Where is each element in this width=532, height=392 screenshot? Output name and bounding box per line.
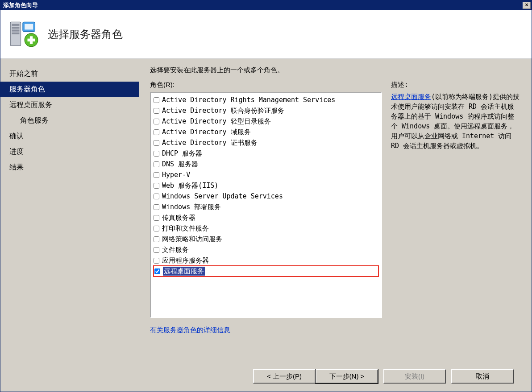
role-row-4[interactable]: Active Directory 证书服务 [154, 137, 378, 148]
role-row-0[interactable]: Active Directory Rights Management Servi… [154, 95, 378, 105]
back-button[interactable]: < 上一步(P) [253, 369, 316, 384]
role-checkbox-3[interactable] [154, 129, 159, 135]
svg-rect-3 [12, 29, 19, 31]
role-label-14: 文件服务 [162, 245, 189, 254]
role-label-12: 打印和文件服务 [162, 224, 209, 233]
role-checkbox-8[interactable] [154, 183, 159, 189]
role-row-11[interactable]: 传真服务器 [154, 212, 378, 223]
instruction-text: 选择要安装在此服务器上的一个或多个角色。 [150, 66, 521, 74]
window-title: 添加角色向导 [3, 1, 38, 9]
page-title: 选择服务器角色 [48, 27, 123, 41]
nav-item-2[interactable]: 远程桌面服务 [0, 97, 139, 113]
role-row-15[interactable]: 应用程序服务器 [154, 255, 378, 266]
role-row-2[interactable]: Active Directory 轻型目录服务 [154, 116, 378, 127]
body: 开始之前服务器角色远程桌面服务角色服务确认进度结果 选择要安装在此服务器上的一个… [0, 59, 532, 361]
nav-item-0[interactable]: 开始之前 [0, 66, 139, 82]
role-checkbox-15[interactable] [154, 258, 159, 264]
role-row-7[interactable]: Hyper-V [154, 169, 378, 180]
role-label-0: Active Directory Rights Management Servi… [162, 95, 335, 104]
description-link[interactable]: 远程桌面服务 [391, 93, 431, 101]
nav-item-6[interactable]: 结果 [0, 160, 139, 175]
role-label-6: DNS 服务器 [162, 160, 198, 169]
role-checkbox-5[interactable] [154, 151, 159, 157]
svg-rect-9 [28, 39, 35, 41]
role-row-1[interactable]: Active Directory 联合身份验证服务 [154, 105, 378, 116]
role-row-6[interactable]: DNS 服务器 [154, 159, 378, 169]
server-role-icon [8, 19, 39, 50]
roles-label: 角色(R): [150, 81, 382, 89]
role-label-4: Active Directory 证书服务 [162, 138, 258, 147]
role-checkbox-2[interactable] [154, 119, 159, 124]
navigation-sidebar: 开始之前服务器角色远程桌面服务角色服务确认进度结果 [0, 59, 139, 361]
role-row-9[interactable]: Windows Server Update Services [154, 191, 378, 202]
description-column: 描述: 远程桌面服务(以前称为终端服务)提供的技术使用户能够访问安装在 RD 会… [391, 81, 521, 361]
nav-item-1[interactable]: 服务器角色 [0, 82, 139, 97]
role-row-12[interactable]: 打印和文件服务 [154, 223, 378, 234]
role-checkbox-14[interactable] [154, 247, 159, 253]
role-checkbox-0[interactable] [154, 97, 159, 103]
columns: 角色(R): Active Directory Rights Managemen… [150, 81, 521, 361]
role-label-7: Hyper-V [162, 170, 190, 179]
role-row-10[interactable]: Windows 部署服务 [154, 202, 378, 212]
cancel-button[interactable]: 取消 [451, 369, 514, 384]
more-info-link[interactable]: 有关服务器角色的详细信息 [150, 326, 230, 334]
svg-rect-2 [12, 27, 19, 29]
role-row-16[interactable]: 远程桌面服务 [154, 266, 378, 276]
back-next-pair: < 上一步(P) 下一步(N) > [253, 369, 378, 384]
role-label-8: Web 服务器(IIS) [162, 181, 218, 190]
nav-item-3[interactable]: 角色服务 [0, 113, 139, 128]
role-row-3[interactable]: Active Directory 域服务 [154, 127, 378, 137]
role-checkbox-1[interactable] [154, 108, 159, 114]
role-checkbox-12[interactable] [154, 226, 159, 231]
nav-item-5[interactable]: 进度 [0, 144, 139, 160]
role-checkbox-9[interactable] [154, 194, 159, 199]
role-label-16: 远程桌面服务 [163, 267, 205, 276]
role-row-8[interactable]: Web 服务器(IIS) [154, 180, 378, 191]
role-checkbox-16[interactable] [154, 268, 160, 274]
description-text: 远程桌面服务(以前称为终端服务)提供的技术使用户能够访问安装在 RD 会话主机服… [391, 92, 521, 151]
more-info-area: 有关服务器角色的详细信息 [150, 326, 382, 334]
description-label: 描述: [391, 81, 521, 89]
role-label-5: DHCP 服务器 [162, 149, 202, 158]
role-label-9: Windows Server Update Services [162, 192, 283, 201]
role-label-10: Windows 部署服务 [162, 202, 221, 211]
role-checkbox-6[interactable] [154, 161, 159, 167]
role-checkbox-11[interactable] [154, 215, 159, 221]
header: 选择服务器角色 [0, 10, 532, 59]
role-label-13: 网络策略和访问服务 [162, 235, 222, 243]
role-checkbox-10[interactable] [154, 204, 159, 210]
svg-rect-4 [12, 33, 19, 34]
role-label-3: Active Directory 域服务 [162, 128, 251, 136]
svg-rect-6 [25, 24, 33, 30]
role-checkbox-4[interactable] [154, 140, 159, 146]
wizard-window: 添加角色向导 × 选择服务器角色 开始之前服务器角色远程桌面服务角色服务确认进度… [0, 0, 532, 392]
titlebar: 添加角色向导 × [0, 0, 532, 10]
footer-buttons: < 上一步(P) 下一步(N) > 安装(I) 取消 [0, 361, 532, 392]
install-button[interactable]: 安装(I) [383, 369, 446, 384]
role-label-2: Active Directory 轻型目录服务 [162, 117, 271, 126]
nav-item-4[interactable]: 确认 [0, 128, 139, 144]
description-body: (以前称为终端服务)提供的技术使用户能够访问安装在 RD 会话主机服务器上的基于… [391, 93, 520, 150]
role-checkbox-7[interactable] [154, 172, 159, 178]
role-checkbox-13[interactable] [154, 236, 159, 242]
svg-rect-1 [12, 24, 19, 26]
roles-column: 角色(R): Active Directory Rights Managemen… [150, 81, 382, 361]
content-area: 选择要安装在此服务器上的一个或多个角色。 角色(R): Active Direc… [139, 59, 532, 361]
role-label-15: 应用程序服务器 [162, 256, 209, 265]
roles-listbox[interactable]: Active Directory Rights Management Servi… [150, 92, 382, 318]
role-label-11: 传真服务器 [162, 213, 195, 222]
role-row-14[interactable]: 文件服务 [154, 244, 378, 255]
role-row-5[interactable]: DHCP 服务器 [154, 148, 378, 159]
next-button[interactable]: 下一步(N) > [316, 369, 378, 384]
role-row-13[interactable]: 网络策略和访问服务 [154, 234, 378, 244]
role-label-1: Active Directory 联合身份验证服务 [162, 106, 284, 115]
close-button[interactable]: × [523, 2, 531, 9]
